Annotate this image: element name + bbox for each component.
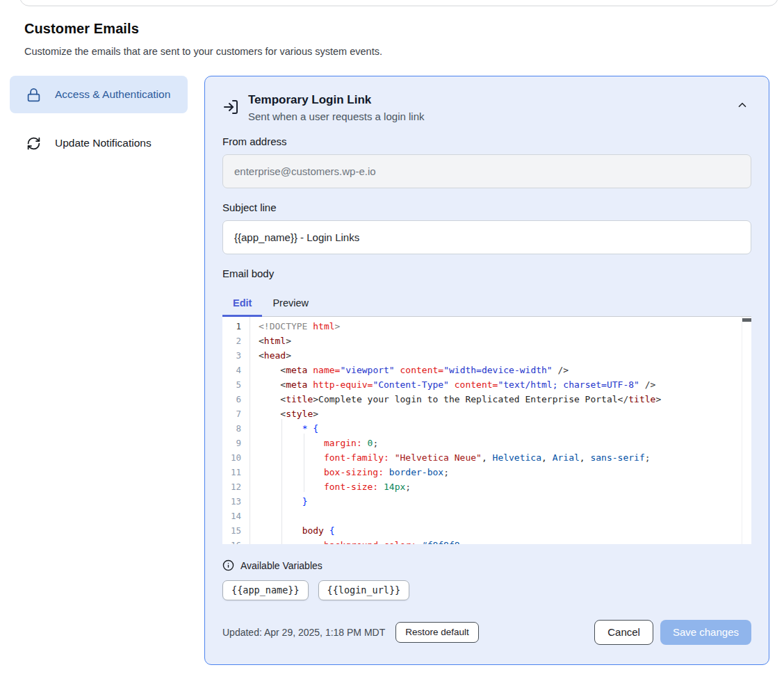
gutter-divider	[250, 317, 250, 544]
content-layout: Access & AuthenticationUpdate Notificati…	[0, 76, 784, 665]
indent-guide	[281, 419, 282, 544]
editor-gutter: 12345678910111213141516	[222, 317, 250, 544]
lock-icon	[26, 88, 41, 102]
panel-header-text: Temporary Login Link Sent when a user re…	[248, 93, 724, 122]
email-types-sidebar: Access & AuthenticationUpdate Notificati…	[10, 76, 188, 159]
updated-timestamp: Updated: Apr 29, 2025, 1:18 PM MDT	[222, 627, 385, 638]
subject-line-input[interactable]	[222, 220, 751, 254]
panel-header: Temporary Login Link Sent when a user re…	[222, 93, 751, 122]
code-line: font-size: 14px;	[259, 479, 751, 494]
panel-title: Temporary Login Link	[248, 93, 724, 107]
code-line: box-sizing: border-box;	[259, 465, 751, 479]
sidebar-item-update-notifications[interactable]: Update Notifications	[10, 127, 188, 159]
available-variables-header: Available Variables	[222, 559, 751, 571]
line-number: 12	[222, 479, 250, 494]
line-number: 2	[222, 334, 250, 348]
available-variables-label: Available Variables	[240, 560, 322, 571]
tab-preview[interactable]: Preview	[262, 290, 319, 316]
line-number: 10	[222, 450, 250, 465]
previous-card-bottom-edge	[19, 0, 778, 6]
line-number: 16	[222, 538, 250, 544]
refresh-icon	[26, 136, 41, 151]
sidebar-item-label: Access & Authentication	[55, 86, 170, 103]
editor-code[interactable]: <!DOCTYPE html><html><head> <meta name="…	[250, 317, 751, 544]
scrollbar-thumb[interactable]	[742, 318, 751, 322]
line-number: 1	[222, 319, 250, 334]
page-title: Customer Emails	[24, 21, 784, 37]
collapse-button[interactable]	[733, 96, 751, 116]
line-number: 11	[222, 465, 250, 479]
available-variables-section: Available Variables {{app_name}}{{login_…	[222, 559, 751, 600]
code-line: <html>	[259, 334, 751, 348]
log-in-icon	[222, 99, 239, 115]
code-editor[interactable]: 12345678910111213141516 <!DOCTYPE html><…	[222, 316, 751, 544]
line-number: 3	[222, 348, 250, 363]
code-line: margin: 0;	[259, 436, 751, 450]
sidebar-item-access-authentication[interactable]: Access & Authentication	[10, 76, 188, 113]
code-line: <!DOCTYPE html>	[259, 319, 751, 334]
info-icon	[222, 559, 234, 571]
line-number: 13	[222, 494, 250, 509]
code-line	[259, 509, 751, 523]
line-number: 7	[222, 407, 250, 421]
save-changes-button[interactable]: Save changes	[660, 620, 751, 645]
tab-edit[interactable]: Edit	[222, 290, 262, 316]
indent-guide	[304, 434, 304, 492]
line-number: 15	[222, 523, 250, 538]
line-number: 14	[222, 509, 250, 523]
subject-line-label: Subject line	[222, 202, 751, 213]
code-line: <meta http-equiv="Content-Type" content=…	[259, 377, 751, 392]
code-line: <meta name="viewport" content="width=dev…	[259, 363, 751, 377]
from-address-label: From address	[222, 136, 751, 147]
code-line: <title>Complete your login to the Replic…	[259, 392, 751, 407]
panel-subtitle: Sent when a user requests a login link	[248, 110, 724, 122]
page-description: Customize the emails that are sent to yo…	[24, 46, 784, 57]
email-body-tabs: EditPreview	[222, 290, 751, 316]
page-header: Customer Emails Customize the emails tha…	[0, 0, 784, 57]
variable-chip-login-url[interactable]: {{login_url}}	[318, 580, 410, 600]
variable-chips: {{app_name}}{{login_url}}	[222, 580, 751, 600]
line-number: 6	[222, 392, 250, 407]
code-line: * {	[259, 421, 751, 436]
restore-default-button[interactable]: Restore default	[395, 622, 479, 643]
line-number: 4	[222, 363, 250, 377]
cancel-button[interactable]: Cancel	[594, 620, 653, 645]
code-line: <head>	[259, 348, 751, 363]
code-line: }	[259, 494, 751, 509]
line-number: 5	[222, 377, 250, 392]
chevron-up-icon	[736, 99, 749, 113]
email-body-label: Email body	[222, 268, 751, 279]
scrollbar-track	[742, 317, 742, 544]
code-line: body {	[259, 523, 751, 538]
sidebar-item-label: Update Notifications	[55, 135, 152, 151]
code-line: background-color: #f8f8f8;	[259, 538, 751, 544]
temporary-login-link-panel: Temporary Login Link Sent when a user re…	[204, 76, 769, 665]
line-number: 9	[222, 436, 250, 450]
code-line: font-family: "Helvetica Neue", Helvetica…	[259, 450, 751, 465]
panel-footer: Updated: Apr 29, 2025, 1:18 PM MDT Resto…	[222, 620, 751, 645]
from-address-input[interactable]	[222, 154, 751, 188]
line-number: 8	[222, 421, 250, 436]
variable-chip-app-name[interactable]: {{app_name}}	[222, 580, 309, 600]
code-line: <style>	[259, 407, 751, 421]
